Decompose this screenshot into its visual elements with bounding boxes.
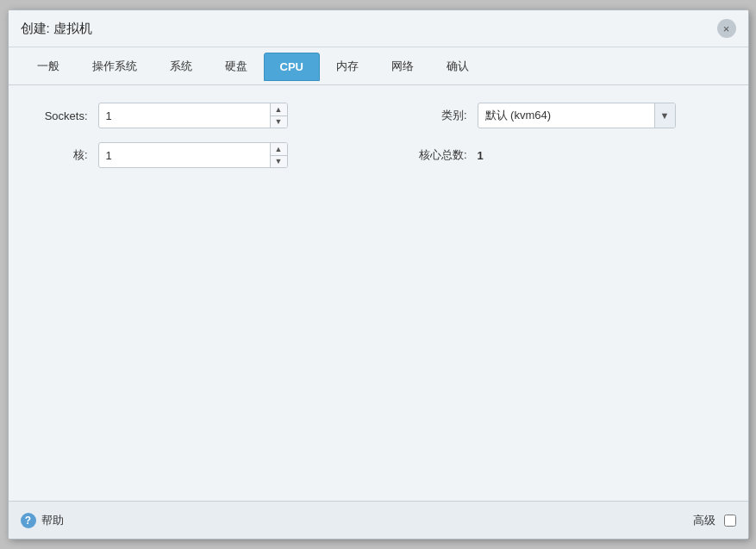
cores-arrows: ▲ ▼	[270, 143, 287, 167]
close-button[interactable]: ×	[717, 19, 736, 38]
sockets-arrows: ▲ ▼	[270, 103, 287, 128]
advanced-checkbox[interactable]	[724, 515, 736, 527]
help-label[interactable]: 帮助	[41, 513, 64, 528]
tab-disk[interactable]: 硬盘	[209, 51, 264, 82]
sockets-row: Sockets: ▲ ▼ 类别: 默认 (kvm64) ▼	[29, 103, 728, 128]
category-select[interactable]: 默认 (kvm64) ▼	[478, 103, 676, 128]
cores-left: 核: ▲ ▼	[29, 142, 400, 168]
cores-input[interactable]	[99, 143, 270, 167]
cores-label: 核:	[29, 147, 98, 163]
category-right: 类别: 默认 (kvm64) ▼	[400, 103, 728, 128]
sockets-input[interactable]	[99, 103, 270, 128]
tab-memory[interactable]: 内存	[320, 51, 375, 82]
tab-confirm[interactable]: 确认	[430, 51, 485, 82]
footer-left: ? 帮助	[21, 513, 64, 528]
footer-right: 高级	[693, 513, 736, 528]
sockets-spinbox[interactable]: ▲ ▼	[98, 103, 288, 128]
tab-os[interactable]: 操作系统	[76, 51, 153, 82]
category-label: 类别:	[400, 108, 478, 123]
cores-up-arrow[interactable]: ▲	[271, 143, 287, 156]
dialog-titlebar: 创建: 虚拟机 ×	[9, 10, 748, 47]
advanced-label: 高级	[693, 513, 715, 528]
sockets-up-arrow[interactable]: ▲	[271, 103, 287, 116]
sockets-left: Sockets: ▲ ▼	[29, 103, 400, 128]
help-icon[interactable]: ?	[21, 513, 36, 528]
tab-system[interactable]: 系统	[153, 51, 209, 82]
dialog-body: Sockets: ▲ ▼ 类别: 默认 (kvm64) ▼	[9, 85, 748, 501]
advanced-checkbox-wrap[interactable]	[724, 515, 736, 527]
tab-bar: 一般 操作系统 系统 硬盘 CPU 内存 网络 确认	[9, 47, 748, 85]
category-dropdown-arrow[interactable]: ▼	[654, 103, 675, 128]
sockets-label: Sockets:	[29, 109, 98, 122]
tab-network[interactable]: 网络	[375, 51, 430, 82]
tab-cpu[interactable]: CPU	[264, 53, 320, 81]
tab-general[interactable]: 一般	[21, 51, 76, 82]
total-cores-right: 核心总数: 1	[400, 147, 728, 163]
cores-row: 核: ▲ ▼ 核心总数: 1	[29, 142, 728, 168]
cores-down-arrow[interactable]: ▼	[271, 156, 287, 168]
cores-spinbox[interactable]: ▲ ▼	[98, 142, 288, 168]
total-cores-value: 1	[478, 149, 484, 162]
category-value: 默认 (kvm64)	[478, 108, 654, 123]
sockets-down-arrow[interactable]: ▼	[271, 116, 287, 128]
dialog-footer: ? 帮助 高级	[9, 501, 748, 539]
total-cores-label: 核心总数:	[400, 147, 478, 163]
create-vm-dialog: 创建: 虚拟机 × 一般 操作系统 系统 硬盘 CPU 内存 网络 确认 Soc…	[8, 9, 749, 540]
dialog-title: 创建: 虚拟机	[21, 21, 92, 37]
